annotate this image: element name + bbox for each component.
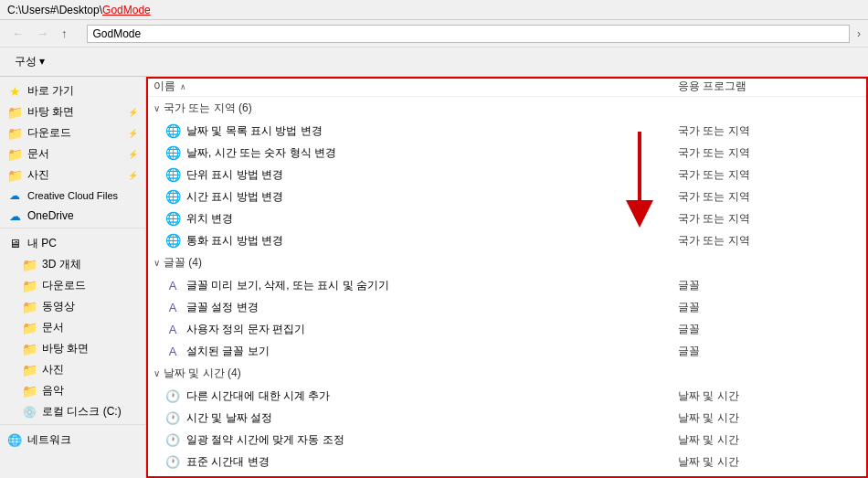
item-category: 날짜 및 시간 (678, 432, 861, 448)
sidebar-desk2-label: 바탕 화면 (42, 341, 89, 356)
sidebar-music-label: 음악 (42, 383, 64, 398)
list-item[interactable]: 🕐 일광 절약 시간에 맞게 자동 조정 날짜 및 시간 (146, 429, 868, 451)
list-item[interactable]: 🌐 날짜 및 목록 표시 방법 변경 국가 또는 지역 (146, 120, 868, 142)
sort-arrow-icon: ∧ (180, 82, 186, 91)
sidebar-item-mypc[interactable]: 🖥 내 PC (0, 233, 145, 254)
list-item[interactable]: A 설치된 글꼴 보기 글꼴 (146, 340, 868, 362)
sidebar-pictures-label: 사진 (27, 167, 49, 183)
item-category: 글꼴 (678, 322, 861, 337)
main-layout: ★ 바로 가기 📁 바탕 화면 ⚡ 📁 다운로드 ⚡ 📁 문서 ⚡ 📁 사진 ⚡… (0, 77, 868, 478)
sidebar-onedrive-label: OneDrive (27, 209, 74, 222)
item-name: 통화 표시 방법 변경 (186, 233, 678, 249)
content-area: 이름 ∧ 응용 프로그램 ∨ 국가 또는 지역 (6) 🌐 날짜 및 목록 표시… (146, 77, 868, 478)
globe-icon: 🌐 (164, 232, 181, 249)
font-icon: A (164, 343, 181, 359)
folder-icon: 📁 (7, 126, 22, 141)
pc-icon: 🖥 (7, 237, 22, 251)
sidebar-item-local-disk[interactable]: 💿 로컬 디스크 (C:) (0, 401, 145, 422)
address-bar[interactable]: GodMode (87, 25, 851, 43)
list-item[interactable]: A 글꼴 미리 보기, 삭제, 또는 표시 및 숨기기 글꼴 (146, 274, 868, 296)
sidebar-item-3d-objects[interactable]: 📁 3D 개체 (0, 254, 145, 275)
sidebar: ★ 바로 가기 📁 바탕 화면 ⚡ 📁 다운로드 ⚡ 📁 문서 ⚡ 📁 사진 ⚡… (0, 77, 146, 478)
list-item[interactable]: 🕐 표준 시간대 변경 날짜 및 시간 (146, 451, 868, 473)
ribbon: 구성 ▾ (0, 48, 868, 77)
path-users[interactable]: C:\Users# (7, 4, 56, 16)
folder-icon: 📁 (22, 384, 37, 398)
sidebar-item-music[interactable]: 📁 음악 (0, 380, 145, 401)
sidebar-documents-label: 문서 (27, 146, 49, 162)
back-button[interactable]: ← (7, 25, 28, 42)
col-app-header: 응용 프로그램 (678, 79, 861, 94)
sidebar-downloads-label: 다운로드 (27, 125, 71, 141)
organize-button[interactable]: 구성 ▾ (7, 50, 52, 73)
sidebar-pic2-label: 사진 (42, 362, 64, 377)
sidebar-item-videos[interactable]: 📁 동영상 (0, 296, 145, 317)
item-name: 위치 변경 (186, 211, 678, 227)
up-button[interactable]: ↑ (57, 25, 72, 42)
sidebar-mypc-label: 내 PC (27, 236, 57, 251)
list-item[interactable]: 🌐 시간 표시 방법 변경 국가 또는 지역 (146, 186, 868, 207)
folder-icon: 📁 (7, 147, 22, 162)
forward-button[interactable]: → (32, 25, 53, 42)
folder-icon: 📁 (22, 363, 37, 377)
globe-icon: 🌐 (164, 188, 181, 205)
content-header: 이름 ∧ 응용 프로그램 (146, 77, 868, 97)
item-name: 사용자 정의 문자 편집기 (186, 322, 678, 337)
sidebar-item-creative-cloud[interactable]: ☁ Creative Cloud Files (0, 186, 145, 206)
list-item[interactable]: 🌐 단위 표시 방법 변경 국가 또는 지역 (146, 164, 868, 186)
sidebar-creative-cloud-label: Creative Cloud Files (27, 190, 118, 201)
item-category: 국가 또는 지역 (678, 189, 861, 205)
section-title-region: 국가 또는 지역 (6) (164, 101, 252, 116)
sidebar-item-network[interactable]: 🌐 네트워크 (0, 430, 145, 451)
list-item[interactable]: 🌐 통화 표시 방법 변경 국가 또는 지역 (146, 229, 868, 251)
item-name: 다른 시간대에 대한 시계 추가 (186, 388, 678, 404)
list-item[interactable]: A 글꼴 설정 변경 글꼴 (146, 296, 868, 318)
content-list[interactable]: ∨ 국가 또는 지역 (6) 🌐 날짜 및 목록 표시 방법 변경 국가 또는 … (146, 97, 868, 478)
path-godmode[interactable]: GodMode (102, 4, 151, 16)
globe-icon: 🌐 (164, 122, 181, 139)
cloud-icon: ☁ (7, 188, 22, 203)
chevron-down-icon: ∨ (153, 368, 160, 378)
list-item[interactable]: 🕐 시간 및 날짜 설정 날짜 및 시간 (146, 407, 868, 429)
font-icon: A (164, 299, 181, 315)
sidebar-dl2-label: 다운로드 (42, 278, 86, 293)
item-category: 국가 또는 지역 (678, 145, 861, 161)
star-icon: ★ (7, 84, 22, 99)
clock-icon: 🕐 (164, 431, 181, 448)
sidebar-item-pictures2[interactable]: 📁 사진 (0, 359, 145, 380)
sidebar-item-desktop[interactable]: 📁 바탕 화면 ⚡ (0, 101, 145, 122)
item-name: 단위 표시 방법 변경 (186, 167, 678, 183)
section-header-datetime[interactable]: ∨ 날짜 및 시간 (4) (146, 362, 868, 385)
sidebar-quick-access-label: 바로 가기 (27, 83, 74, 99)
section-header-region[interactable]: ∨ 국가 또는 지역 (6) (146, 97, 868, 120)
section-title-fonts: 글꼴 (4) (164, 255, 202, 271)
sidebar-item-onedrive[interactable]: ☁ OneDrive (0, 206, 145, 226)
item-category: 국가 또는 지역 (678, 167, 861, 183)
network-sidebar-icon: 🌐 (7, 433, 22, 448)
item-name: 시간 및 날짜 설정 (186, 410, 678, 426)
sidebar-item-downloads2[interactable]: 📁 다운로드 (0, 275, 145, 296)
list-item[interactable]: 🕐 다른 시간대에 대한 시계 추가 날짜 및 시간 (146, 385, 868, 407)
item-category: 국가 또는 지역 (678, 211, 861, 227)
clock-icon: 🕐 (164, 409, 181, 426)
sidebar-item-documents[interactable]: 📁 문서 ⚡ (0, 143, 145, 165)
section-title-datetime: 날짜 및 시간 (4) (164, 366, 241, 381)
section-header-network[interactable]: ∨ 네트워크 및 공유 센터 (11) (146, 473, 868, 478)
section-header-fonts[interactable]: ∨ 글꼴 (4) (146, 251, 868, 274)
item-category: 국가 또는 지역 (678, 123, 861, 139)
globe-icon: 🌐 (164, 144, 181, 161)
pin-arrow: ⚡ (128, 150, 138, 159)
sidebar-item-downloads[interactable]: 📁 다운로드 ⚡ (0, 122, 145, 143)
sidebar-item-quick-access[interactable]: ★ 바로 가기 (0, 80, 145, 101)
sidebar-item-desktop2[interactable]: 📁 바탕 화면 (0, 338, 145, 359)
item-name: 글꼴 미리 보기, 삭제, 또는 표시 및 숨기기 (186, 278, 678, 293)
sidebar-item-pictures[interactable]: 📁 사진 ⚡ (0, 165, 145, 186)
path-desktop[interactable]: \Desktop\ (56, 4, 102, 16)
sidebar-videos-label: 동영상 (42, 299, 75, 314)
list-item[interactable]: 🌐 날짜, 시간 또는 숫자 형식 변경 국가 또는 지역 (146, 142, 868, 164)
pin-arrow: ⚡ (128, 129, 138, 138)
sidebar-item-documents2[interactable]: 📁 문서 (0, 317, 145, 338)
disk-icon: 💿 (22, 405, 37, 420)
list-item[interactable]: A 사용자 정의 문자 편집기 글꼴 (146, 318, 868, 340)
list-item[interactable]: 🌐 위치 변경 국가 또는 지역 (146, 207, 868, 229)
